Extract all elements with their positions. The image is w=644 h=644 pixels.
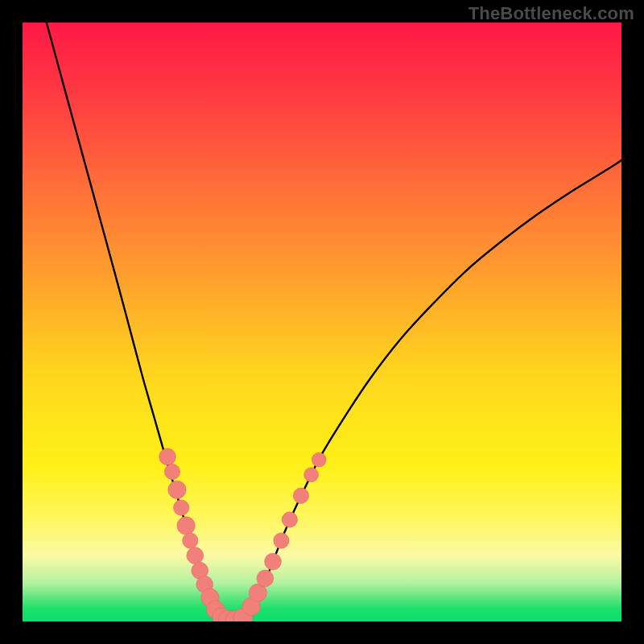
data-dot — [177, 517, 195, 535]
data-dots — [159, 448, 327, 621]
data-dot — [257, 570, 274, 587]
plot-area — [23, 23, 621, 621]
watermark-text: TheBottleneck.com — [469, 3, 634, 24]
data-dot — [159, 448, 176, 465]
chart-frame: TheBottleneck.com — [0, 0, 644, 644]
data-dot — [173, 500, 188, 515]
data-dot — [265, 553, 282, 570]
data-dot — [183, 533, 198, 548]
v-curve-path — [47, 23, 621, 621]
data-dot — [293, 488, 308, 503]
data-dot — [312, 452, 326, 467]
bottleneck-curve — [47, 23, 621, 621]
data-dot — [187, 547, 204, 564]
chart-svg — [23, 23, 621, 621]
data-dot — [282, 512, 297, 527]
data-dot — [274, 533, 289, 548]
data-dot — [168, 481, 186, 498]
data-dot — [304, 468, 319, 482]
data-dot — [164, 464, 180, 479]
